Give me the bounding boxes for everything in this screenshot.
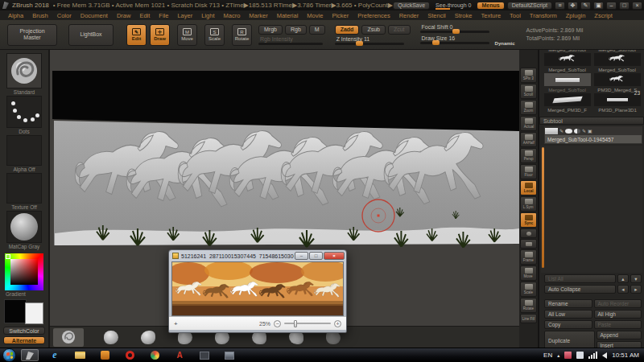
brush-icon[interactable]: ✎ [582, 129, 586, 134]
language-indicator[interactable]: EN [543, 352, 552, 359]
subtool-list-area[interactable] [541, 146, 642, 273]
taskbar-app7-button[interactable]: A [171, 349, 188, 361]
tool-thumb-5[interactable]: Merged_SubTool [543, 53, 592, 72]
tray-brush-2[interactable] [101, 328, 121, 347]
menu-alpha[interactable]: Alpha [8, 12, 23, 19]
visibility-eye-icon[interactable] [565, 129, 572, 134]
menu-draw[interactable]: Draw [117, 12, 131, 19]
z-intensity-slider[interactable]: Z Intensity 11 [335, 36, 411, 45]
all-high-button[interactable]: All High [594, 310, 642, 319]
copy-button[interactable]: Copy [544, 320, 592, 329]
scale-mode-button[interactable]: S Scale [204, 24, 225, 46]
close-button[interactable]: × [632, 2, 642, 10]
menu-stencil[interactable]: Stencil [427, 12, 446, 19]
rgb-button[interactable]: Rgb [285, 25, 307, 35]
menu-picker[interactable]: Picker [332, 12, 349, 19]
tool-thumb-selected[interactable]: Merged_SubTool [543, 73, 592, 93]
menu-file[interactable]: File [159, 12, 168, 19]
lightbox-button[interactable]: LightBox [68, 24, 114, 46]
sync-button[interactable]: Sync [520, 212, 537, 228]
menus-toggle-button[interactable]: Menus [477, 2, 504, 10]
actual-button[interactable]: Actual [520, 116, 537, 131]
local-button[interactable]: Local [520, 180, 537, 195]
doc-icon[interactable]: ▣ [593, 2, 604, 10]
image-viewer-window[interactable]: 51216241_287110015307445_715486150300696… [168, 249, 347, 333]
current-texture-thumb[interactable] [6, 173, 42, 204]
secondary-color-swatch[interactable] [25, 302, 43, 324]
solo-eye-icon[interactable] [574, 129, 580, 134]
line-fill-button[interactable]: Line Fill [520, 314, 537, 323]
tray-brush-3[interactable] [138, 328, 158, 347]
subtool-up-button[interactable]: ▴ [617, 274, 629, 283]
zoom-slider[interactable] [284, 323, 331, 324]
show-hidden-icons[interactable]: ▴ [557, 352, 559, 358]
menu-edit[interactable]: Edit [139, 12, 150, 19]
subtool-down-button[interactable]: ▾ [630, 274, 642, 283]
auto-reorder-button[interactable]: Auto Reorder [594, 299, 642, 308]
taskbar-chrome-button[interactable] [146, 349, 163, 361]
action-center-flag-icon[interactable] [564, 352, 572, 359]
tool-thumb-10[interactable]: 23 PM3D_Plane3D1 [593, 93, 642, 113]
m-button[interactable]: M [309, 25, 325, 35]
menu-marker[interactable]: Marker [249, 12, 267, 19]
menu-transform[interactable]: Transform [530, 12, 557, 19]
move-tray-icon[interactable]: ✥ [568, 2, 578, 10]
viewer-maximize-button[interactable]: □ [309, 252, 323, 260]
menu-brush[interactable]: Brush [32, 12, 48, 19]
clock[interactable]: 10:51 AM [612, 352, 639, 359]
zoom-in-button[interactable]: + [334, 320, 341, 327]
rename-button[interactable]: Rename [544, 299, 592, 308]
gradient-label[interactable]: Gradient [6, 290, 26, 298]
menu-preferences[interactable]: Preferences [357, 12, 390, 19]
lsym-button[interactable]: L.Sym [520, 196, 537, 212]
move-mode-button[interactable]: M Move [177, 24, 197, 46]
color-picker[interactable] [5, 253, 43, 290]
tray-brush-standard[interactable] [53, 328, 84, 347]
quicksave-button[interactable]: QuickSave [393, 2, 430, 10]
viewer-minimize-button[interactable]: – [295, 252, 308, 260]
collapse-right-button[interactable]: ▸ [630, 285, 642, 294]
mrgb-button[interactable]: Mrgb [258, 25, 283, 35]
menu-color[interactable]: Color [57, 12, 72, 19]
list-all-button[interactable]: List All [544, 274, 616, 283]
viewer-title-bar[interactable]: 51216241_287110015307445_715486150300696… [169, 250, 346, 261]
subtool-section-header[interactable]: Subtool [539, 117, 644, 125]
scale3d-button[interactable]: Scale [520, 282, 537, 297]
viewer-close-button[interactable]: × [324, 252, 345, 260]
zadd-button[interactable]: Zadd [335, 25, 360, 35]
append-button[interactable]: Append [597, 331, 642, 339]
aahalf-button[interactable]: AAHalf [520, 132, 537, 147]
zcut-button[interactable]: Zcut [388, 25, 411, 35]
menu-zscript[interactable]: Zscript [594, 12, 613, 19]
switch-color-button[interactable]: SwitchColor [3, 327, 45, 335]
menu-layer[interactable]: Layer [177, 12, 192, 19]
taskbar-explorer-button[interactable] [71, 349, 89, 361]
zsub-button[interactable]: Zsub [361, 25, 386, 35]
menu-texture[interactable]: Texture [481, 12, 501, 19]
current-brush-thumb[interactable] [6, 53, 42, 88]
see-through-slider[interactable]: See-through 0 [432, 2, 474, 10]
taskbar-photo-button[interactable] [196, 349, 213, 361]
spix-slider[interactable]: SPix 3 [520, 68, 537, 83]
tool-thumb-6[interactable]: Merged_SubTool [593, 53, 642, 72]
rotate-mode-button[interactable]: R Rotate [232, 24, 252, 46]
start-button[interactable] [2, 348, 16, 362]
pen-icon[interactable]: ✎ [559, 129, 564, 134]
move3d-button[interactable]: Move [520, 265, 537, 281]
current-stroke-thumb[interactable] [6, 96, 42, 128]
viewer-add-button[interactable]: + [174, 320, 178, 327]
tray-app-icon[interactable] [576, 352, 584, 359]
zoom-out-button[interactable]: − [274, 320, 281, 327]
draw-mode-button[interactable]: ✛ Draw [150, 24, 170, 46]
draw-size-slider[interactable]: Draw Size 16 [420, 35, 489, 44]
taskbar-ie-button[interactable]: e [46, 349, 64, 361]
current-alpha-thumb[interactable] [6, 135, 42, 166]
rgb-intensity-slider[interactable]: Rgb Intensity [258, 36, 325, 45]
orbit-toggle-button[interactable] [520, 239, 537, 249]
default-zscript-button[interactable]: DefaultZScript [507, 2, 552, 10]
all-low-button[interactable]: All Low [544, 310, 592, 319]
menu-tool[interactable]: Tool [510, 12, 521, 19]
taskbar-opera-button[interactable] [121, 349, 138, 361]
menu-stroke[interactable]: Stroke [455, 12, 473, 19]
scroll-button[interactable]: Scroll [520, 84, 537, 99]
